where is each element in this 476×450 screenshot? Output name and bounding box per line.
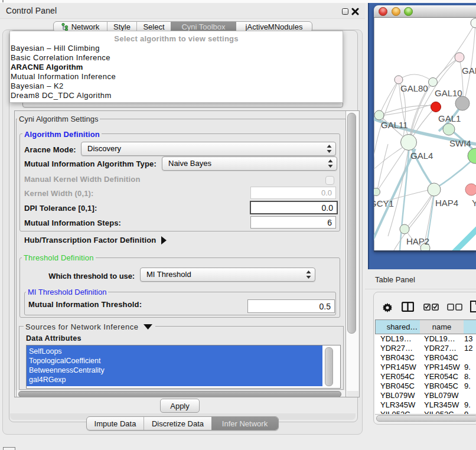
- svg-text:GAL: GAL: [462, 66, 476, 76]
- svg-text:GAL80: GAL80: [400, 83, 428, 93]
- svg-text:HAP2: HAP2: [406, 236, 429, 246]
- svg-text:GAL4: GAL4: [410, 151, 433, 161]
- svg-text:Y: Y: [472, 198, 476, 208]
- svg-text:HAP4: HAP4: [435, 198, 458, 208]
- svg-text:GAL1: GAL1: [438, 113, 461, 123]
- svg-text:GAL10: GAL10: [435, 88, 462, 98]
- svg-text:GCY1: GCY1: [374, 198, 394, 208]
- svg-text:SWI4: SWI4: [449, 138, 471, 148]
- svg-text:GAL11: GAL11: [381, 120, 408, 130]
